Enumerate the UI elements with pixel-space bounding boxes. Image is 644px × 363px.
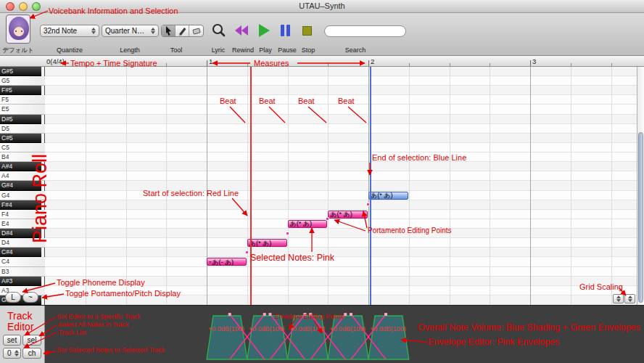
envelope-db-label: +0.0dB(100) <box>329 325 366 333</box>
stop-label: Stop <box>302 46 315 54</box>
length-dropdown[interactable]: Quarter N… <box>102 25 159 37</box>
piano-key-label: A4 <box>0 171 45 181</box>
portamento-point[interactable] <box>245 250 249 254</box>
portamento-point[interactable] <box>286 232 289 235</box>
rewind-icon <box>242 25 248 36</box>
piano-key-F5[interactable]: F5 <box>0 95 45 105</box>
piano-key-A#3[interactable]: A#3 <box>0 277 41 286</box>
pointer-tool-button[interactable] <box>162 25 176 36</box>
piano-key-F#5[interactable]: F#5 <box>0 86 41 95</box>
envelope-db-label: +0.0dB(100) <box>370 325 406 333</box>
window-title: UTAU–Synth <box>0 1 644 10</box>
piano-key-B3[interactable]: B3 <box>0 267 45 277</box>
select-all-notes-button[interactable]: sel <box>22 335 41 346</box>
piano-key-label: F4 <box>0 210 45 219</box>
envelope-db-label: +0.0dB(100) <box>208 325 244 333</box>
eraser-tool-button[interactable] <box>189 25 203 36</box>
piano-key-G4[interactable]: G4 <box>0 191 45 200</box>
grid-row <box>45 76 637 86</box>
grid-row <box>45 229 637 238</box>
piano-roll: G#5G5F#5F5E5D#5D5C#5C5B4A#4A4G#4G4F#4F4E… <box>0 67 644 305</box>
vertical-scrollbar[interactable] <box>637 67 644 305</box>
track-list-stepper[interactable]: 0 <box>3 348 21 359</box>
piano-key-G5[interactable]: G5 <box>0 76 45 86</box>
selection-end-line[interactable] <box>370 67 371 305</box>
toolbar: デフォルト 32nd Note Quantize Quarter N… Leng… <box>0 13 644 56</box>
rewind-button[interactable] <box>235 25 248 36</box>
note-grid[interactable]: ▫あ(- あ)あ(* あ)あ(* あ)あ(* あ)あ(* あ) <box>45 67 637 305</box>
piano-key-B4[interactable]: B4 <box>0 152 45 162</box>
piano-key-label: D5 <box>0 124 45 134</box>
selection-start-line[interactable] <box>250 67 252 305</box>
stepper-down-icon <box>628 299 632 302</box>
grid-scale-vertical-stepper[interactable] <box>624 294 635 303</box>
stepper-arrows-icon <box>15 350 19 356</box>
piano-key-F4[interactable]: F4 <box>0 210 45 219</box>
note-F4[interactable]: あ(* あ) <box>328 211 368 219</box>
rewind-label: Rewind <box>232 46 254 54</box>
measure-line <box>530 67 531 305</box>
tempo-time-signature[interactable]: 0(4/4) <box>46 57 65 65</box>
piano-key-C4[interactable]: C4 <box>0 257 45 266</box>
ruler-tick <box>450 63 450 66</box>
piano-key-D5[interactable]: D5 <box>0 124 45 134</box>
piano-key-A#4[interactable]: A#4 <box>0 162 41 171</box>
pause-button[interactable] <box>281 25 292 36</box>
play-button[interactable] <box>259 24 270 37</box>
stop-button[interactable] <box>302 26 312 36</box>
note-D4[interactable]: あ(* あ) <box>247 239 287 247</box>
grid-row <box>45 295 637 305</box>
search-field[interactable] <box>324 25 406 37</box>
track-editor-panel: set sel 0 ch <box>0 306 45 363</box>
note-G4[interactable]: あ(* あ) <box>368 192 408 200</box>
piano-key-label: C#4 <box>0 248 41 257</box>
piano-key-D4[interactable]: D4 <box>0 238 45 248</box>
piano-key-G#5[interactable]: G#5 <box>0 67 41 76</box>
change-track-button[interactable]: ch <box>22 348 41 359</box>
quantize-value: 32nd Note <box>44 27 77 35</box>
piano-key-D#5[interactable]: D#5 <box>0 115 41 124</box>
quantize-dropdown[interactable]: 32nd Note <box>40 25 99 37</box>
piano-key-label: B3 <box>0 267 45 277</box>
toggle-portamento-button[interactable]: ~ <box>22 292 38 303</box>
search-input[interactable] <box>331 28 426 36</box>
tool-label: Tool <box>170 46 183 54</box>
ruler-tick <box>571 63 571 66</box>
note-overlap-marker-icon: ▫ <box>209 258 211 266</box>
pencil-tool-button[interactable] <box>176 25 189 36</box>
measure-line <box>368 67 369 305</box>
grid-row <box>45 238 637 248</box>
piano-key-F#4[interactable]: F#4 <box>0 200 41 210</box>
piano-key-C#5[interactable]: C#5 <box>0 134 41 143</box>
piano-key-D#4[interactable]: D#4 <box>0 229 41 238</box>
voicebank-selector[interactable] <box>6 15 30 44</box>
portamento-point[interactable] <box>326 217 329 221</box>
note-E4[interactable]: あ(* あ) <box>288 220 328 228</box>
eraser-icon <box>191 25 202 36</box>
toggle-phoneme-button[interactable]: L <box>5 292 21 303</box>
piano-key-G#4[interactable]: G#4 <box>0 181 41 190</box>
beat-line <box>328 67 329 305</box>
measure-ruler[interactable]: 0(4/4) 1 2 3 <box>0 56 644 67</box>
piano-key-A4[interactable]: A4 <box>0 171 45 181</box>
search-label: Search <box>345 46 366 54</box>
vertical-scrollbar-thumb[interactable] <box>638 132 643 303</box>
lyric-button[interactable] <box>211 23 226 38</box>
grid-scale-horizontal-stepper[interactable] <box>613 294 624 303</box>
piano-key-C5[interactable]: C5 <box>0 143 45 152</box>
set-track-button[interactable]: set <box>3 335 21 346</box>
ruler-tick <box>530 60 531 66</box>
voicebank-name: デフォルト <box>2 46 34 55</box>
piano-key-E4[interactable]: E4 <box>0 219 45 229</box>
grid-row <box>45 162 637 171</box>
stepper-up-icon <box>628 295 632 298</box>
piano-key-label: A#4 <box>0 162 41 171</box>
ruler-tick <box>368 60 369 66</box>
piano-key-C#4[interactable]: C#4 <box>0 248 41 257</box>
piano-key-E5[interactable]: E5 <box>0 105 45 114</box>
piano-key-label: D4 <box>0 238 45 248</box>
note-C4[interactable]: ▫あ(- あ) <box>207 258 247 266</box>
envelope-editor[interactable]: +0.0dB(100)+0.0dB(100)+0.0dB(100)+0.0dB(… <box>45 306 637 363</box>
ruler-tick <box>490 63 490 66</box>
grid-row <box>45 248 637 257</box>
